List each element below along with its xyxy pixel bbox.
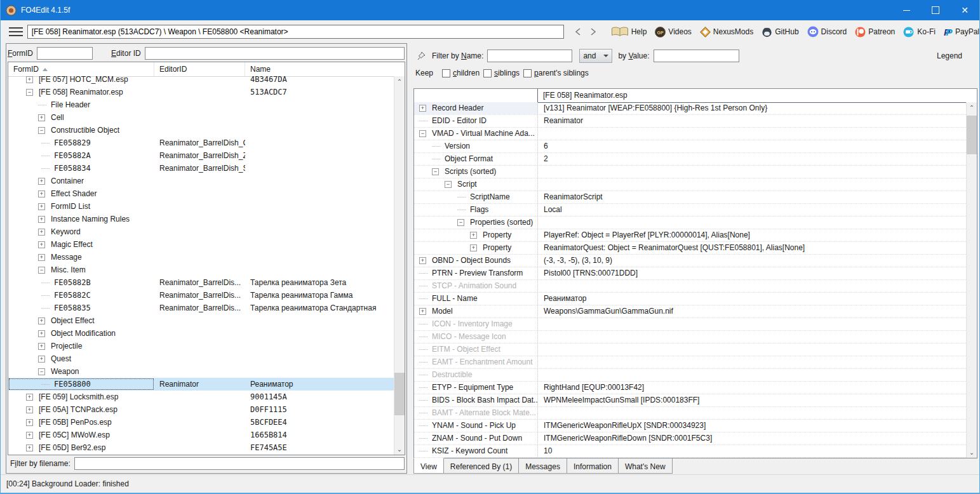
collapse-icon[interactable]: −: [457, 219, 464, 226]
tree-row[interactable]: +Projectile: [8, 340, 394, 352]
toolbar-link-kofi[interactable]: Ko-Fi: [903, 27, 936, 37]
checkbox-unchecked-icon[interactable]: [442, 69, 450, 77]
table-row[interactable]: +OBND - Object Bounds(-3, -3, -5), (3, 1…: [414, 255, 966, 267]
formid-input[interactable]: [37, 47, 93, 60]
minimize-button[interactable]: [892, 0, 921, 20]
expand-icon[interactable]: +: [38, 241, 45, 248]
value-filter-input[interactable]: [654, 50, 739, 62]
nav-forward-button[interactable]: [586, 25, 601, 39]
table-row[interactable]: Destructible: [414, 369, 966, 382]
tree-row[interactable]: +Container: [8, 175, 394, 187]
legend-button[interactable]: Legend: [937, 51, 962, 60]
column-header-formid[interactable]: FormID: [8, 62, 154, 76]
table-row[interactable]: −Properties (sorted): [414, 217, 966, 229]
toolbar-link-help[interactable]: Help: [611, 27, 647, 37]
tree-row[interactable]: +Instance Naming Rules: [8, 213, 394, 225]
tree-row[interactable]: +[FE 05B] PenPos.esp5BCFDEE4: [8, 416, 394, 429]
table-row[interactable]: Version6: [414, 140, 966, 153]
scrollbar-thumb[interactable]: [967, 116, 977, 154]
tree-row[interactable]: +[FE 05A] TCNPack.espD0FF1115: [8, 403, 394, 416]
table-row[interactable]: STCP - Animation Sound: [414, 280, 966, 293]
table-row[interactable]: EITM - Object Effect: [414, 344, 966, 356]
scroll-up-icon[interactable]: ⌃: [967, 102, 977, 113]
table-row[interactable]: KSIZ - Keyword Count10: [414, 445, 966, 458]
table-row[interactable]: BIDS - Block Bash Impact Dat...WPNMeleeI…: [414, 394, 966, 407]
tree-row[interactable]: +Message: [8, 251, 394, 264]
table-row[interactable]: −VMAD - Virtual Machine Ada...: [414, 128, 966, 140]
keep-option-p[interactable]: parent's siblings: [523, 69, 589, 77]
scroll-up-icon[interactable]: ⌃: [394, 76, 405, 87]
scrollbar-thumb[interactable]: [394, 373, 405, 415]
table-row[interactable]: ETYP - Equipment TypeRightHand [EQUP:000…: [414, 382, 966, 394]
collapse-icon[interactable]: −: [419, 130, 426, 137]
tree-row[interactable]: FE058834Reanimator_BarrelDish_Standard_C…: [8, 162, 394, 175]
breadcrumb-input[interactable]: [27, 25, 565, 39]
collapse-icon[interactable]: −: [38, 368, 45, 375]
maximize-button[interactable]: [921, 0, 950, 20]
tab-what-s-new[interactable]: What's New: [618, 458, 673, 474]
tab-messages[interactable]: Messages: [518, 458, 567, 474]
menu-button[interactable]: [9, 27, 23, 36]
expand-icon[interactable]: +: [38, 356, 45, 363]
filename-filter-input[interactable]: [74, 457, 405, 470]
toolbar-link-patreon[interactable]: Patreon: [855, 27, 895, 37]
table-row[interactable]: +PropertyPlayerRef: Object = PlayerRef […: [414, 229, 966, 242]
tree-row[interactable]: FE058829Reanimator_BarrelDish_Gamma_Co: [8, 137, 394, 149]
tab-referenced-by-1-[interactable]: Referenced By (1): [443, 458, 519, 474]
tree-row[interactable]: +FormID List: [8, 200, 394, 213]
expand-icon[interactable]: +: [470, 232, 477, 239]
tree-row[interactable]: FE05882CReanimator_BarrelDis...Тарелка р…: [8, 289, 394, 302]
expand-icon[interactable]: +: [26, 394, 33, 401]
tree-row[interactable]: +Quest: [8, 352, 394, 365]
expand-icon[interactable]: +: [38, 330, 45, 337]
checkbox-unchecked-icon[interactable]: [523, 69, 532, 77]
name-filter-input[interactable]: [487, 50, 572, 62]
collapse-icon[interactable]: −: [38, 267, 45, 274]
toolbar-link-nexusmods[interactable]: NexusMods: [700, 27, 753, 37]
pin-icon[interactable]: [417, 51, 426, 60]
expand-icon[interactable]: +: [38, 203, 45, 210]
tree-row[interactable]: +Object Effect: [8, 314, 394, 327]
close-button[interactable]: ✕: [950, 0, 979, 20]
tree-row[interactable]: FE058800ReanimatorРеаниматор: [8, 378, 394, 391]
tree-row[interactable]: +Magic Effect: [8, 238, 394, 251]
expand-icon[interactable]: +: [26, 444, 33, 451]
tree-row[interactable]: FE05882BReanimator_BarrelDis...Тарелка р…: [8, 276, 394, 289]
tree-row[interactable]: File Header: [8, 98, 394, 111]
tree-row[interactable]: −[FE 058] Reanimator.esp513ACDC7: [8, 86, 394, 98]
tree-row[interactable]: +[FE 05D] Ber92.espFE745A5E: [8, 441, 394, 454]
table-row[interactable]: ScriptNameReanimatorScript: [414, 191, 966, 204]
checkbox-unchecked-icon[interactable]: [483, 69, 492, 77]
expand-icon[interactable]: +: [38, 216, 45, 223]
tree-row[interactable]: −Constructible Object: [8, 124, 394, 137]
expand-icon[interactable]: +: [419, 308, 426, 315]
collapse-icon[interactable]: −: [38, 127, 45, 134]
expand-icon[interactable]: +: [38, 178, 45, 185]
detail-scrollbar[interactable]: ⌃ ⌄: [966, 102, 977, 458]
expand-icon[interactable]: +: [419, 257, 426, 264]
tree-row[interactable]: FE05882AReanimator_BarrelDish_Zeta_Co: [8, 149, 394, 162]
expand-icon[interactable]: +: [38, 229, 45, 236]
collapse-icon[interactable]: −: [26, 89, 33, 96]
tree-row[interactable]: +[FE 05C] MWoW.esp1665B814: [8, 429, 394, 441]
table-row[interactable]: ZNAM - Sound - Put DownITMGenericWeaponR…: [414, 432, 966, 445]
editorid-input[interactable]: [145, 47, 405, 60]
toolbar-link-paypal[interactable]: PPPayPal: [944, 27, 979, 37]
table-row[interactable]: MICO - Message Icon: [414, 331, 966, 344]
table-row[interactable]: YNAM - Sound - Pick UpITMGenericWeaponRi…: [414, 420, 966, 432]
table-row[interactable]: FULL - NameРеаниматор: [414, 293, 966, 305]
table-row[interactable]: PTRN - Preview TransformPistol00 [TRNS:0…: [414, 267, 966, 280]
expand-icon[interactable]: +: [26, 419, 33, 426]
expand-icon[interactable]: +: [26, 406, 33, 413]
tree-scrollbar[interactable]: ⌃ ⌄: [394, 76, 405, 455]
tree-row[interactable]: −Misc. Item: [8, 264, 394, 276]
expand-icon[interactable]: +: [26, 76, 33, 83]
tree-row[interactable]: −Weapon: [8, 365, 394, 378]
tab-information[interactable]: Information: [567, 458, 619, 474]
table-row[interactable]: FlagsLocal: [414, 204, 966, 217]
column-header-name[interactable]: Name: [245, 62, 405, 76]
table-row[interactable]: −Scripts (sorted): [414, 166, 966, 178]
expand-icon[interactable]: +: [26, 432, 33, 439]
toolbar-link-videos[interactable]: GPVideos: [655, 27, 691, 37]
logic-select[interactable]: and: [579, 49, 612, 63]
